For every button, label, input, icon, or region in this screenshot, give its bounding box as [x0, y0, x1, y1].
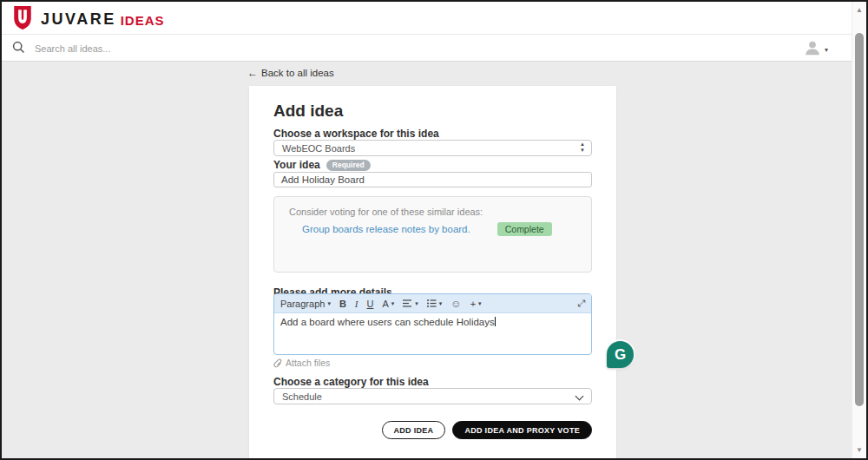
- details-textarea[interactable]: Add a board where users can schedule Hol…: [274, 313, 591, 358]
- align-dropdown[interactable]: ▾: [403, 299, 418, 309]
- search-bar: ▾: [2, 35, 852, 62]
- rich-text-editor: Paragraph▾ B I U A▾ ▾: [273, 293, 592, 355]
- attach-files-label: Attach files: [286, 358, 330, 368]
- status-badge: Complete: [497, 222, 552, 236]
- search-icon: [12, 41, 25, 57]
- chevron-down-icon: [575, 392, 584, 401]
- underline-button[interactable]: U: [367, 299, 374, 309]
- caret-down-icon: ▾: [825, 46, 828, 54]
- text-color-dropdown[interactable]: A▾: [382, 299, 394, 309]
- form-actions: ADD IDEA ADD IDEA AND PROXY VOTE: [382, 421, 593, 439]
- similar-ideas-box: Consider voting for one of these similar…: [273, 196, 592, 273]
- workspace-select[interactable]: WebEOC Boards ▲▼: [273, 140, 592, 156]
- back-arrow-icon: ←: [247, 67, 258, 79]
- page-title: Add idea: [273, 102, 343, 121]
- brand-suffix: IDEAS: [121, 13, 165, 28]
- emoji-button[interactable]: ☺: [450, 298, 461, 310]
- caret-down-icon: ▾: [478, 300, 482, 307]
- back-to-ideas-link[interactable]: ←Back to all ideas: [247, 67, 334, 79]
- top-brand-bar: JUVARE IDEAS: [2, 2, 852, 35]
- category-label: Choose a category for this idea: [273, 376, 429, 388]
- required-badge: Required: [326, 160, 371, 171]
- list-dropdown[interactable]: ▾: [427, 299, 443, 309]
- idea-title-input[interactable]: [273, 172, 592, 187]
- add-idea-card: Add idea Choose a workspace for this ide…: [249, 86, 616, 460]
- similar-prompt: Consider voting for one of these similar…: [289, 207, 483, 217]
- caret-down-icon: ▾: [439, 300, 443, 307]
- juvare-ideas-page: JUVARE IDEAS ▾ ←Back to all ideas Add id…: [0, 0, 868, 460]
- italic-button[interactable]: I: [355, 299, 358, 309]
- brand-name: JUVARE: [41, 10, 116, 29]
- details-text: Add a board where users can schedule Hol…: [280, 317, 495, 327]
- editor-toolbar: Paragraph▾ B I U A▾ ▾: [274, 294, 591, 313]
- insert-more-dropdown[interactable]: +▾: [470, 299, 482, 309]
- bullet-list-icon: [427, 299, 437, 309]
- idea-label: Your idea: [273, 159, 320, 171]
- idea-label-row: Your ideaRequired: [273, 159, 371, 171]
- similar-idea-link[interactable]: Group boards release notes by board.: [302, 224, 470, 234]
- scroll-up-arrow-icon[interactable]: ▲: [852, 6, 866, 14]
- add-idea-button[interactable]: ADD IDEA: [382, 421, 446, 439]
- paragraph-style-dropdown[interactable]: Paragraph▾: [280, 299, 331, 309]
- juvare-logo-icon: [11, 6, 34, 33]
- similar-idea-row: Group boards release notes by board. Com…: [302, 222, 552, 236]
- align-left-icon: [403, 299, 412, 309]
- vertical-scrollbar[interactable]: ▲ ▼: [852, 2, 866, 458]
- scroll-down-arrow-icon[interactable]: ▼: [852, 446, 866, 454]
- workspace-label: Choose a workspace for this idea: [273, 128, 439, 140]
- caret-down-icon: ▾: [415, 300, 418, 307]
- search-input[interactable]: [33, 38, 644, 59]
- paperclip-icon: [273, 358, 282, 368]
- juvare-logo[interactable]: JUVARE IDEAS: [11, 6, 165, 33]
- add-idea-proxy-vote-button[interactable]: ADD IDEA AND PROXY VOTE: [452, 421, 592, 439]
- category-select[interactable]: Schedule: [273, 388, 592, 404]
- avatar-icon: [803, 38, 822, 61]
- expand-editor-icon[interactable]: ⤢: [577, 298, 585, 309]
- select-updown-icon: ▲▼: [580, 141, 585, 154]
- back-link-label: Back to all ideas: [261, 68, 334, 78]
- bold-button[interactable]: B: [339, 299, 346, 309]
- caret-down-icon: ▾: [391, 300, 395, 307]
- text-cursor: [495, 317, 496, 326]
- grammarly-icon[interactable]: G: [607, 341, 634, 368]
- workspace-value: WebEOC Boards: [282, 143, 355, 154]
- attach-files-link[interactable]: Attach files: [273, 358, 330, 368]
- caret-down-icon: ▾: [327, 300, 331, 307]
- scrollbar-thumb[interactable]: [855, 33, 864, 406]
- category-value: Schedule: [282, 391, 322, 402]
- user-menu[interactable]: ▾: [803, 38, 828, 61]
